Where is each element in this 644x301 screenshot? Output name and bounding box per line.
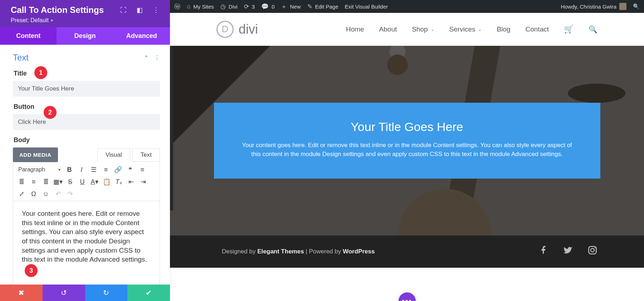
paragraph-label: Paragraph xyxy=(18,166,45,173)
editor-tab-visual[interactable]: Visual xyxy=(97,148,130,162)
settings-header: Call To Action Settings ⛶ ◧ ⋮ Preset: De… xyxy=(0,0,170,27)
wp-logo[interactable]: ⓦ xyxy=(174,3,180,11)
nav-shop-label: Shop xyxy=(412,25,428,33)
exit-vb-label: Exit Visual Builder xyxy=(345,4,388,10)
nav-blog[interactable]: Blog xyxy=(497,25,510,33)
button-field-label: Button xyxy=(14,103,160,111)
chevron-down-icon: ⌄ xyxy=(431,27,434,32)
footer-text-2: | Powered by xyxy=(304,248,343,255)
settings-title: Call To Action Settings xyxy=(11,5,104,15)
link-icon[interactable]: 🔗 xyxy=(113,164,123,175)
redo-icon[interactable]: ↷ xyxy=(65,189,75,199)
nav-home[interactable]: Home xyxy=(346,25,364,33)
twitter-icon[interactable] xyxy=(562,245,573,258)
tab-content[interactable]: Content xyxy=(0,27,57,45)
site-footer: Designed by Elegant Themes | Powered by … xyxy=(170,236,644,268)
button-input[interactable] xyxy=(13,114,160,130)
quote-icon[interactable]: ❝ xyxy=(125,164,136,175)
cta-title: Your Title Goes Here xyxy=(237,120,577,134)
cart-icon[interactable]: 🛒 xyxy=(564,25,574,34)
clear-format-icon[interactable]: Tₓ xyxy=(113,176,124,187)
facebook-icon[interactable] xyxy=(539,245,548,258)
updates[interactable]: ⟳3 xyxy=(244,3,255,10)
site-name-label: Divi xyxy=(229,4,238,10)
redo-button[interactable]: ↻ xyxy=(85,285,128,301)
underline-icon[interactable]: U xyxy=(77,176,88,187)
instagram-icon[interactable] xyxy=(587,245,597,258)
settings-tabs: Content Design Advanced xyxy=(0,27,170,45)
nav-about[interactable]: About xyxy=(379,25,397,33)
footer-link-themes[interactable]: Elegant Themes xyxy=(257,248,304,255)
indent-icon[interactable]: ⇥ xyxy=(138,176,148,187)
align-justify-icon[interactable]: ≣ xyxy=(40,176,51,187)
howdy-user[interactable]: Howdy, Christina Gwira xyxy=(561,3,626,10)
columns-icon[interactable]: ◧ xyxy=(137,6,143,14)
group-title: Text xyxy=(13,53,29,63)
cancel-button[interactable]: ✖ xyxy=(0,285,43,301)
preset-dropdown[interactable]: Preset: Default ▾ xyxy=(11,17,53,24)
body-editor[interactable]: Your content goes here. Edit or remove t… xyxy=(13,201,160,285)
edit-page[interactable]: ✎Edit Page xyxy=(307,3,338,10)
builder-speed-dial[interactable]: ••• xyxy=(399,292,416,301)
cta-module[interactable]: Your Title Goes Here Your content goes h… xyxy=(214,103,600,179)
new-content[interactable]: ＋New xyxy=(281,3,301,11)
align-left-icon[interactable]: ≡ xyxy=(137,164,148,175)
wp-admin-bar: ⓦ ⌂My Sites ◷Divi ⟳3 💬0 ＋New ✎Edit Page … xyxy=(170,0,644,13)
tab-design[interactable]: Design xyxy=(57,27,113,45)
bold-icon[interactable]: B xyxy=(64,164,75,175)
nav-shop[interactable]: Shop ⌄ xyxy=(412,25,434,33)
italic-icon[interactable]: I xyxy=(76,164,87,175)
site-logo[interactable]: D divi xyxy=(216,21,258,38)
svg-point-1 xyxy=(591,248,594,252)
annotation-marker-3: 3 xyxy=(25,264,38,277)
site-header: D divi Home About Shop ⌄ Services ⌄ Blog… xyxy=(170,13,644,46)
group-menu-icon[interactable]: ⋮ xyxy=(154,54,160,61)
updates-count: 3 xyxy=(252,4,255,10)
align-right-icon[interactable]: ≡ xyxy=(28,176,39,187)
nav-services[interactable]: Services ⌄ xyxy=(449,25,482,33)
emoji-icon[interactable]: ☺ xyxy=(40,189,51,199)
new-label: New xyxy=(290,4,301,10)
my-sites[interactable]: ⌂My Sites xyxy=(187,3,214,10)
chevron-down-icon: ▾ xyxy=(58,167,60,172)
fullscreen-icon[interactable]: ⤢ xyxy=(16,189,27,199)
text-color-icon[interactable]: A▾ xyxy=(89,176,100,187)
paste-icon[interactable]: 📋 xyxy=(101,176,112,187)
settings-footer: ✖ ↺ ↻ ✔ xyxy=(0,285,170,301)
nav-services-label: Services xyxy=(449,25,475,33)
primary-nav: Home About Shop ⌄ Services ⌄ Blog Contac… xyxy=(346,25,597,34)
adminbar-search-icon[interactable]: 🔍 xyxy=(633,3,640,10)
preset-label: Preset: Default xyxy=(11,17,49,24)
chevron-down-icon: ⌄ xyxy=(478,27,482,32)
collapse-icon[interactable]: ⌃ xyxy=(144,54,148,61)
align-center-icon[interactable]: ≣ xyxy=(16,176,27,187)
footer-link-wordpress[interactable]: WordPress xyxy=(343,248,375,255)
comments[interactable]: 💬0 xyxy=(261,3,274,10)
exit-visual-builder[interactable]: Exit Visual Builder xyxy=(345,4,388,10)
outdent-icon[interactable]: ⇤ xyxy=(126,176,136,187)
footer-text-1: Designed by xyxy=(222,248,257,255)
chevron-down-icon: ▾ xyxy=(51,18,53,23)
more-menu-icon[interactable]: ⋮ xyxy=(153,6,159,14)
strikethrough-icon[interactable]: S xyxy=(65,176,75,187)
scroll-indicator xyxy=(170,46,173,210)
module-settings-panel: Call To Action Settings ⛶ ◧ ⋮ Preset: De… xyxy=(0,0,170,301)
paragraph-format-select[interactable]: Paragraph ▾ xyxy=(16,165,63,174)
search-icon[interactable]: 🔍 xyxy=(589,25,597,34)
undo-button[interactable]: ↺ xyxy=(43,285,85,301)
number-list-icon[interactable]: ≡ xyxy=(101,164,111,175)
title-input[interactable] xyxy=(13,81,160,97)
expand-icon[interactable]: ⛶ xyxy=(120,6,127,14)
editor-tab-text[interactable]: Text xyxy=(132,148,160,162)
bullet-list-icon[interactable]: ☰ xyxy=(88,164,99,175)
undo-icon[interactable]: ↶ xyxy=(53,189,63,199)
site-name[interactable]: ◷Divi xyxy=(220,3,238,10)
omega-icon[interactable]: Ω xyxy=(28,189,39,199)
footer-credits: Designed by Elegant Themes | Powered by … xyxy=(222,248,375,255)
add-media-button[interactable]: ADD MEDIA xyxy=(13,147,58,162)
table-icon[interactable]: ▦▾ xyxy=(53,176,63,187)
save-button[interactable]: ✔ xyxy=(127,285,170,301)
tab-advanced[interactable]: Advanced xyxy=(113,27,170,45)
cta-body: Your content goes here. Edit or remove t… xyxy=(237,141,577,159)
nav-contact[interactable]: Contact xyxy=(526,25,549,33)
